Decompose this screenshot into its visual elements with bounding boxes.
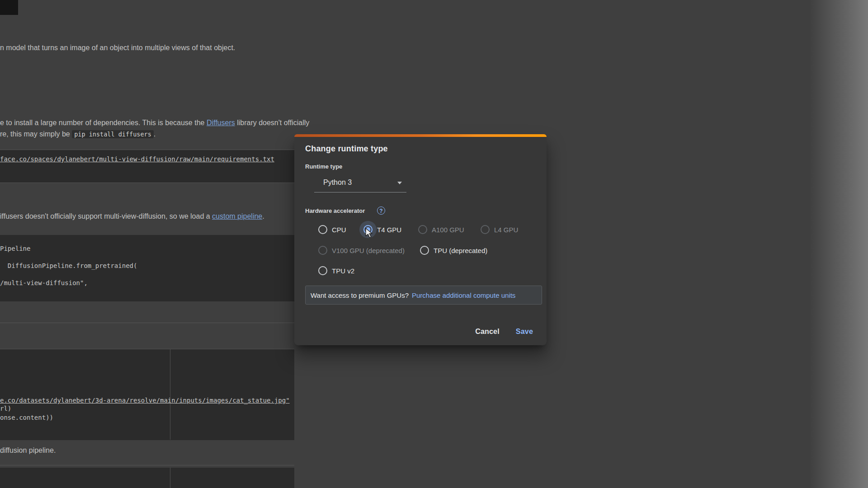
- prose-text: library doesn't officially: [235, 119, 310, 127]
- cell-gutter-line: [170, 349, 170, 440]
- radio-label: T4 GPU: [377, 226, 401, 234]
- notebook-prose-diffusion: diffusion pipeline.: [0, 446, 56, 455]
- radio-option-v100-gpu[interactable]: V100 GPU (deprecated): [318, 245, 405, 255]
- radio-icon: [420, 246, 429, 255]
- prose-text: e to install a large number of dependenc…: [0, 119, 207, 127]
- dialog-title: Change runtime type: [305, 144, 388, 154]
- prose-text: .: [154, 130, 156, 138]
- radio-label: V100 GPU (deprecated): [332, 247, 405, 254]
- help-icon[interactable]: ?: [377, 206, 385, 215]
- save-button[interactable]: Save: [509, 324, 540, 339]
- custom-pipeline-link[interactable]: custom pipeline: [212, 212, 262, 220]
- notebook-prose-install-line2: re, this may simply be pip install diffu…: [0, 130, 156, 138]
- premium-gpu-banner: Want access to premium GPUs? Purchase ad…: [305, 286, 542, 305]
- cell-divider: [0, 465, 294, 465]
- code-line: onse.content)): [0, 414, 53, 421]
- runtime-type-value: Python 3: [323, 173, 352, 192]
- radio-icon: [418, 225, 427, 234]
- radio-label: TPU (deprecated): [434, 247, 487, 254]
- runtime-type-select[interactable]: Python 3: [314, 173, 406, 192]
- purchase-compute-units-link[interactable]: Purchase additional compute units: [412, 291, 515, 299]
- radio-icon: [318, 246, 327, 255]
- radio-label: A100 GPU: [432, 226, 464, 234]
- notebook-prose-install-line1: e to install a large number of dependenc…: [0, 119, 309, 127]
- radio-label: L4 GPU: [494, 226, 518, 234]
- diffusers-link[interactable]: Diffusers: [207, 119, 235, 127]
- code-url: e.co/datasets/dylanebert/3d-arena/resolv…: [0, 397, 290, 404]
- notebook-prose-model: n model that turns an image of an object…: [0, 44, 235, 52]
- code-line: /multi-view-diffusion",: [0, 279, 88, 286]
- radio-option-tpu-v2[interactable]: TPU v2: [318, 266, 354, 276]
- radio-option-l4-gpu[interactable]: L4 GPU: [481, 225, 518, 235]
- cell-gutter-line: [170, 468, 170, 488]
- chevron-down-icon: [397, 182, 402, 184]
- radio-icon: [318, 225, 327, 234]
- requirements-link[interactable]: face.co/spaces/dylanebert/multi-view-dif…: [0, 155, 274, 163]
- prose-text: .: [262, 212, 264, 220]
- code-cell-bottom: [0, 468, 294, 488]
- code-line: DiffusionPipeline.from_pretrained(: [0, 262, 137, 269]
- dialog-actions: Cancel Save: [468, 324, 540, 339]
- premium-banner-text: Want access to premium GPUs?: [311, 291, 409, 299]
- runtime-type-label: Runtime type: [305, 163, 342, 170]
- radio-icon: [318, 266, 327, 275]
- cell-divider: [0, 323, 294, 323]
- code-cell-download: [0, 349, 294, 440]
- inline-code-chip: pip install diffusers: [72, 130, 154, 138]
- radio-option-tpu-deprecated[interactable]: TPU (deprecated): [420, 245, 487, 255]
- prose-text: iffusers doesn't officially support mult…: [0, 212, 212, 220]
- right-edge-fade: [809, 0, 868, 488]
- cancel-button[interactable]: Cancel: [468, 324, 507, 339]
- radio-icon: [481, 225, 490, 234]
- code-line: rl): [0, 405, 11, 412]
- radio-icon: [363, 225, 373, 234]
- notebook-prose-pipeline: iffusers doesn't officially support mult…: [0, 212, 264, 221]
- code-cell-requirements: [0, 150, 294, 183]
- notebook-corner-block: [0, 0, 18, 15]
- radio-option-t4-gpu[interactable]: T4 GPU: [363, 225, 401, 235]
- change-runtime-dialog: Change runtime type Runtime type Python …: [294, 134, 547, 345]
- radio-option-a100-gpu[interactable]: A100 GPU: [418, 225, 464, 235]
- code-line: Pipeline: [0, 245, 30, 252]
- radio-option-cpu[interactable]: CPU: [318, 225, 346, 235]
- prose-text: re, this may simply be: [0, 130, 72, 138]
- radio-label: CPU: [332, 226, 346, 234]
- radio-label: TPU v2: [332, 267, 354, 275]
- hardware-accelerator-label: Hardware accelerator: [305, 207, 365, 214]
